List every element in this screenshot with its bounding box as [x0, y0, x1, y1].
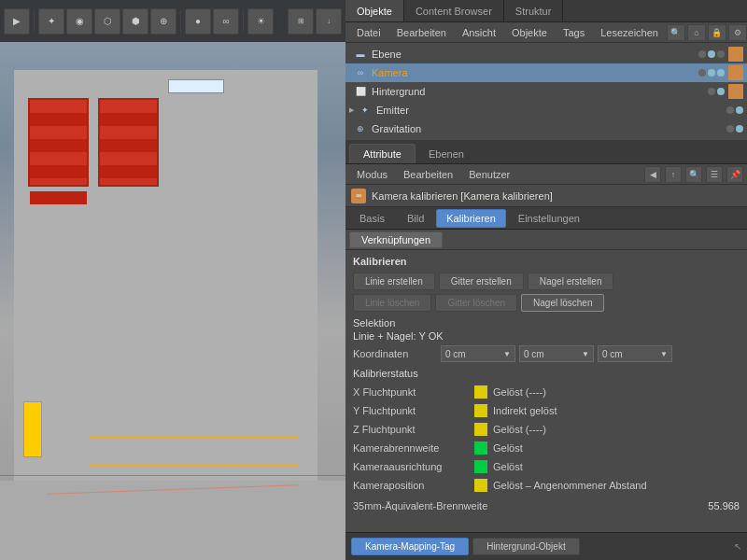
nav-back-btn[interactable]: ◀: [644, 166, 661, 183]
obj-row-ebene[interactable]: ▬ Ebene: [345, 45, 747, 63]
status-dot-ausrichtung: [474, 460, 487, 473]
attr-tab-attribute[interactable]: Attribute: [349, 144, 416, 163]
sub-tab-kalibrieren[interactable]: Kalibrieren: [436, 209, 506, 228]
obj-icon-kamera: ∞: [353, 65, 368, 80]
tool-btn-8[interactable]: ☀: [247, 8, 274, 35]
coord-input-3[interactable]: 0 cm ▼: [598, 345, 672, 362]
obj-header-name: Kamera kalibrieren [Kamera kalibrieren]: [372, 190, 553, 202]
tool-btn-5[interactable]: ⊕: [150, 8, 176, 35]
toolbar-sep-2: [180, 10, 181, 33]
dots-gravitation: [726, 125, 743, 133]
obj-name-hintergrund: Hintergrund: [372, 86, 704, 97]
menu-objekte[interactable]: Objekte: [504, 25, 555, 40]
selektion-value: Linie + Nagel: Y OK: [353, 330, 740, 342]
settings-icon-btn[interactable]: ⚙: [728, 24, 747, 41]
dot-1: [698, 50, 706, 58]
nav-menu-btn[interactable]: ☰: [706, 166, 723, 183]
btn-kamera-mapping[interactable]: Kamera-Mapping-Tag: [351, 538, 469, 555]
dot-h1: [708, 88, 715, 95]
bottom-btns: Kamera-Mapping-Tag Hintergrund-Objekt ↖: [345, 532, 747, 560]
dot-g1: [726, 125, 734, 133]
objects-menu-bar: Datei Bearbeiten Ansicht Objekte Tags Le…: [345, 22, 747, 43]
attr-menu-benutzer[interactable]: Benutzer: [461, 167, 517, 182]
obj-row-gravitation[interactable]: ⊕ Gravitation: [345, 119, 747, 138]
cursor-indicator: ↖: [734, 541, 741, 552]
btn-gitter-loeschen[interactable]: Gitter löschen: [435, 294, 517, 312]
menu-bearbeiten[interactable]: Bearbeiten: [389, 25, 454, 40]
tool-btn-2[interactable]: ◉: [66, 8, 92, 35]
obj-header-icon: ∞: [351, 189, 366, 203]
home-icon-btn[interactable]: ⌂: [687, 24, 706, 41]
btn-nagel-loeschen[interactable]: Nagel löschen: [521, 294, 604, 312]
obj-name-gravitation: Gravitation: [372, 123, 723, 134]
lock-icon-btn[interactable]: 🔒: [708, 24, 726, 41]
toolbar-sep-1: [34, 10, 35, 33]
menu-lesezeichen[interactable]: Lesezeichen: [593, 25, 666, 40]
dot-h2: [717, 88, 725, 95]
status-text-x: Gelöst (----): [493, 386, 546, 398]
btn-gitter-erstellen[interactable]: Gitter erstellen: [439, 273, 524, 290]
tool-btn-4[interactable]: ⬢: [122, 8, 148, 35]
status-label-ausrichtung: Kameraausrichtung: [353, 461, 474, 472]
coord-label: Koordinaten: [353, 348, 437, 359]
btn-row-2: Linie löschen Gitter löschen Nagel lösch…: [353, 294, 740, 312]
link-tab-verknuepfungen[interactable]: Verknüpfungen: [349, 231, 443, 248]
btn-linie-erstellen[interactable]: Linie erstellen: [353, 273, 435, 290]
status-dot-y: [474, 404, 487, 417]
kalib-title: Kalibrieren: [353, 256, 740, 267]
btn-nagel-erstellen[interactable]: Nagel erstellen: [528, 273, 614, 290]
attr-menu-bearbeiten[interactable]: Bearbeiten: [396, 167, 460, 182]
tool-btn-3[interactable]: ⬡: [94, 8, 120, 35]
coord-input-1[interactable]: 0 cm ▼: [441, 345, 515, 362]
status-dot-x: [474, 385, 487, 399]
obj-row-kamera[interactable]: ∞ Kamera: [345, 63, 747, 82]
menu-tags[interactable]: Tags: [556, 25, 592, 40]
obj-name-emitter: Emitter: [376, 105, 723, 116]
sub-tab-einstellungen[interactable]: Einstellungen: [508, 209, 590, 228]
status-text-y: Indirekt gelöst: [493, 405, 557, 416]
dot-2: [708, 50, 715, 58]
status-dot-brennweite: [474, 441, 487, 455]
viewport[interactable]: ▶ ✦ ◉ ⬡ ⬢ ⊕ ● ∞ ☀ ⊞ ↓: [0, 0, 345, 560]
nav-cursor-btn[interactable]: ↑: [665, 166, 682, 183]
tab-struktur[interactable]: Struktur: [504, 0, 564, 21]
toolbar-sep-3: [243, 10, 244, 33]
nav-pin-btn[interactable]: 📌: [726, 166, 743, 183]
equiv-label: 35mm-Äquivalent-Brennweite: [353, 500, 708, 511]
btn-linie-loeschen[interactable]: Linie löschen: [353, 294, 431, 312]
right-panel: Objekte Content Browser Struktur Datei B…: [345, 0, 747, 560]
coord-val-2: 0 cm: [524, 349, 544, 359]
obj-tag-hintergrund: [728, 84, 743, 99]
tool-btn-6[interactable]: ●: [185, 8, 211, 35]
layout-btn-2[interactable]: ↓: [316, 8, 342, 35]
tab-objekte[interactable]: Objekte: [345, 0, 404, 21]
menu-datei[interactable]: Datei: [349, 25, 388, 40]
status-row-ausrichtung: Kameraausrichtung Gelöst: [353, 457, 740, 476]
sub-tab-bild[interactable]: Bild: [397, 209, 434, 228]
coord-row: Koordinaten 0 cm ▼ 0 cm ▼ 0 cm ▼: [353, 345, 740, 362]
attr-tab-ebenen[interactable]: Ebenen: [416, 145, 477, 163]
tool-btn-1[interactable]: ✦: [38, 8, 64, 35]
menu-ansicht[interactable]: Ansicht: [455, 25, 503, 40]
coord-input-2[interactable]: 0 cm ▼: [519, 345, 594, 362]
status-row-position: Kameraposition Gelöst – Angenommener Abs…: [353, 476, 740, 495]
nav-search-btn[interactable]: 🔍: [685, 166, 702, 183]
obj-row-hintergrund[interactable]: ⬜ Hintergrund: [345, 82, 747, 101]
coord-val-1: 0 cm: [445, 349, 466, 359]
play-btn[interactable]: ▶: [4, 8, 30, 35]
sub-tab-basis[interactable]: Basis: [349, 209, 395, 228]
tab-content-browser[interactable]: Content Browser: [404, 0, 504, 21]
tool-btn-7[interactable]: ∞: [213, 8, 239, 35]
sub-tabs: Basis Bild Kalibrieren Einstellungen: [345, 207, 747, 230]
search-icon-btn[interactable]: 🔍: [667, 24, 685, 41]
attr-menu-modus[interactable]: Modus: [349, 167, 395, 182]
status-text-position: Gelöst – Angenommener Abstand: [493, 480, 647, 491]
layout-btn-1[interactable]: ⊞: [288, 8, 314, 35]
dot-3: [717, 50, 725, 58]
dots-emitter: [726, 106, 743, 114]
status-text-brennweite: Gelöst: [493, 442, 523, 454]
obj-row-emitter[interactable]: ▶ ✦ Emitter: [345, 101, 747, 119]
btn-hintergrund-objekt[interactable]: Hintergrund-Objekt: [472, 538, 579, 555]
coord-arrow-3: ▼: [660, 350, 668, 358]
link-tabs: Verknüpfungen: [345, 230, 747, 250]
